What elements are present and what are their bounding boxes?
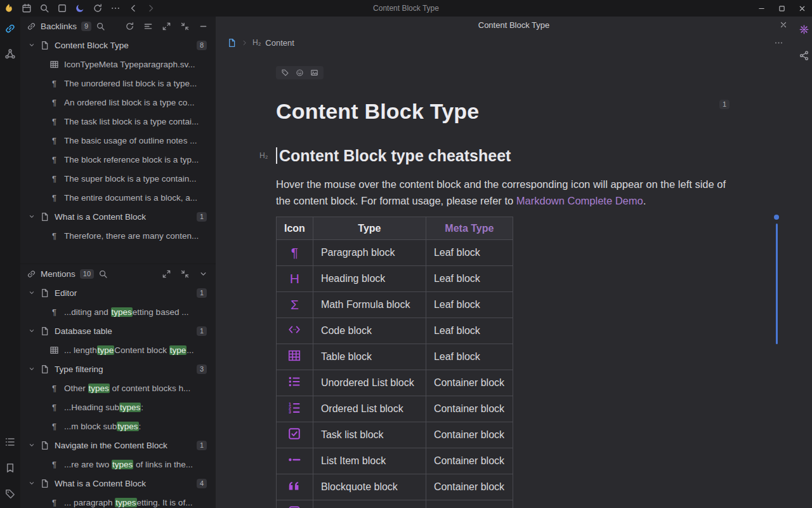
meta-cell[interactable]: Leaf block	[426, 292, 513, 318]
close-button[interactable]	[792, 0, 812, 17]
expand-icon[interactable]	[162, 269, 171, 279]
mention-doc-item[interactable]: Type filtering3	[20, 359, 216, 378]
type-cell[interactable]: Task list block	[313, 422, 426, 448]
mention-block-item[interactable]: ¶...Heading subtypes:	[20, 398, 216, 417]
backlink-doc-item[interactable]: Content Block Type8	[20, 36, 216, 55]
type-cell[interactable]: Code block	[313, 318, 426, 344]
minimize-button[interactable]	[751, 0, 771, 17]
backlink-block-item[interactable]: ¶The unordered list block is a type...	[20, 74, 216, 93]
type-cell[interactable]: Unordered List block	[313, 370, 426, 396]
chevron-down-icon[interactable]	[199, 269, 208, 279]
backlink-block-item[interactable]: ¶The task list block is a type contai...	[20, 112, 216, 131]
backlink-block-item[interactable]: ¶Therefore, there are many conten...	[20, 226, 216, 245]
back-icon[interactable]	[128, 3, 138, 13]
plugin-icon[interactable]	[799, 24, 809, 35]
chevron-down-icon[interactable]	[28, 479, 36, 487]
bookmark-icon[interactable]	[4, 462, 16, 474]
mention-block-item[interactable]: ¶...re are two types of links in the...	[20, 455, 216, 474]
meta-cell[interactable]: Container block	[426, 448, 513, 474]
document-icon[interactable]	[227, 38, 237, 48]
graph-icon[interactable]	[4, 48, 16, 60]
collapse-icon[interactable]	[180, 22, 190, 31]
backlink-icon[interactable]	[4, 23, 16, 34]
expand-icon[interactable]	[162, 22, 171, 31]
mention-doc-item[interactable]: Database table1	[20, 321, 216, 340]
collapse-icon[interactable]	[180, 269, 190, 279]
icon-cell[interactable]	[277, 370, 313, 396]
backlink-block-item[interactable]: IconTypeMeta Typeparagraph.sv...	[20, 55, 216, 74]
mention-doc-item[interactable]: Navigate in the Content Block1	[20, 436, 216, 455]
meta-cell[interactable]: Container block	[426, 396, 513, 422]
type-cell[interactable]: Math Formula block	[313, 292, 426, 318]
mention-doc-item[interactable]: Editor1	[20, 283, 216, 302]
icon-cell[interactable]	[277, 422, 313, 448]
backlink-block-item[interactable]: ¶An ordered list block is a type co...	[20, 93, 216, 112]
forward-icon[interactable]	[146, 3, 156, 13]
type-cell[interactable]: Super block	[313, 500, 426, 508]
chevron-down-icon[interactable]	[28, 213, 36, 220]
moon-icon[interactable]	[75, 3, 85, 13]
mention-block-item[interactable]: ¶... paragraph typesetting. It is of...	[20, 493, 216, 508]
chevron-down-icon[interactable]	[28, 365, 36, 373]
type-cell[interactable]: List Item block	[313, 448, 426, 474]
breadcrumb-heading-label[interactable]: Content	[265, 38, 294, 48]
icon-cell[interactable]: H	[277, 266, 313, 292]
refresh-icon[interactable]	[125, 22, 134, 31]
more-icon[interactable]	[110, 3, 121, 13]
icon-cell[interactable]	[277, 448, 313, 474]
square-icon[interactable]	[57, 3, 67, 13]
meta-cell[interactable]: Leaf block	[426, 344, 513, 370]
type-cell[interactable]: Blockquote block	[313, 474, 426, 500]
min-icon[interactable]	[199, 22, 208, 31]
mention-block-item[interactable]: ¶...diting and typesetting based ...	[20, 302, 216, 321]
meta-cell[interactable]: Container block	[426, 474, 513, 500]
backlink-block-item[interactable]: ¶The super block is a type contain...	[20, 169, 216, 188]
meta-cell[interactable]: Leaf block	[426, 240, 513, 266]
document-title[interactable]: Content Block Type	[276, 98, 479, 124]
maximize-button[interactable]	[771, 0, 792, 17]
mention-block-item[interactable]: ¶Other types of content blocks h...	[20, 378, 216, 398]
paragraph-block[interactable]: Hover the mouse over the content block a…	[276, 176, 730, 209]
sort-icon[interactable]	[143, 22, 153, 31]
chevron-down-icon[interactable]	[28, 289, 36, 297]
icon-cell[interactable]	[277, 344, 313, 370]
backlink-block-item[interactable]: ¶The basic usage of outline notes ...	[20, 131, 216, 150]
icon-cell[interactable]	[277, 474, 313, 500]
scrollbar[interactable]	[776, 224, 778, 344]
chevron-down-icon[interactable]	[28, 327, 36, 335]
meta-cell[interactable]: Leaf block	[426, 266, 513, 292]
icon-cell[interactable]	[277, 318, 313, 344]
tag-icon[interactable]	[4, 488, 16, 500]
chevron-down-icon[interactable]	[28, 441, 36, 449]
emoji-icon[interactable]	[296, 69, 304, 77]
type-cell[interactable]: Heading block	[313, 266, 426, 292]
share-icon[interactable]	[799, 50, 809, 61]
mention-block-item[interactable]: ... lengthtypeContent block type...	[20, 340, 216, 359]
type-cell[interactable]: Ordered List block	[313, 396, 426, 422]
mention-block-item[interactable]: ¶...m block subtypes:	[20, 417, 216, 436]
chevron-down-icon[interactable]	[28, 41, 36, 49]
icon-cell[interactable]: 123	[277, 396, 313, 422]
icon-cell[interactable]: ¶	[277, 240, 313, 266]
search-icon[interactable]	[96, 22, 105, 31]
scroll-indicator-dot[interactable]	[774, 215, 779, 220]
meta-cell[interactable]: Container block	[426, 370, 513, 396]
image-icon[interactable]	[310, 69, 318, 77]
icon-cell[interactable]	[277, 500, 313, 508]
app-logo-icon[interactable]	[4, 3, 14, 13]
type-cell[interactable]: Table block	[313, 344, 426, 370]
mention-doc-item[interactable]: What is a Content Block4	[20, 474, 216, 493]
backlink-block-item[interactable]: ¶The block reference block is a typ...	[20, 150, 216, 169]
icon-cell[interactable]: Σ	[277, 292, 313, 318]
type-cell[interactable]: Paragraph block	[313, 240, 426, 266]
meta-cell[interactable]: Leaf block	[426, 318, 513, 344]
outline-icon[interactable]	[4, 436, 16, 448]
meta-cell[interactable]: Container block	[426, 500, 513, 508]
backlink-block-item[interactable]: ¶The entire document is a block, a...	[20, 188, 216, 207]
search-icon[interactable]	[39, 3, 49, 13]
more-icon[interactable]	[774, 38, 783, 48]
search-icon[interactable]	[98, 269, 108, 279]
close-icon[interactable]	[779, 20, 788, 29]
heading-block[interactable]: H₂ Content Block type cheatsheet	[276, 145, 730, 166]
markdown-demo-link[interactable]: Markdown Complete Demo	[516, 195, 643, 206]
